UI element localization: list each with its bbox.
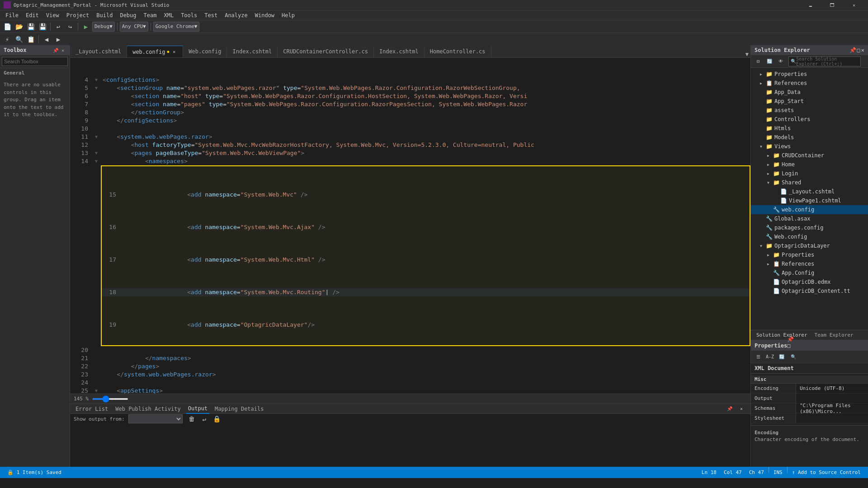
output-close[interactable]: ✕ (736, 404, 747, 414)
se-tab-team-explorer[interactable]: Team Explorer (811, 330, 857, 340)
menu-view[interactable]: View (42, 10, 63, 20)
zoom-slider[interactable] (92, 398, 128, 400)
tab-index-cshtml[interactable]: Index.cshtml (227, 46, 278, 57)
clear-output-btn[interactable]: 🗑 (186, 413, 197, 424)
menu-xml[interactable]: XML (160, 10, 177, 20)
tab-close-btn[interactable]: ✕ (171, 49, 177, 55)
open-btn[interactable]: 📂 (14, 21, 24, 32)
props-pin[interactable]: 📌 (787, 336, 794, 343)
status-col[interactable]: Col 47 (720, 467, 745, 478)
save-all-btn[interactable]: 💾 (37, 21, 48, 32)
tab-scroll[interactable]: ▼ (744, 51, 750, 57)
tree-app-start[interactable]: 📁 App_Start (751, 97, 868, 106)
se-search-box[interactable]: 🔍 Search Solution Explorer (Ctrl+;) (788, 56, 861, 66)
props-refresh-btn[interactable]: 🔄 (776, 352, 787, 362)
tree-properties[interactable]: ▶ 📁 Properties (751, 70, 868, 79)
props-search-btn[interactable]: 🔍 (788, 352, 799, 362)
tree-app-data[interactable]: 📁 App_Data (751, 88, 868, 97)
menu-build[interactable]: Build (93, 10, 116, 20)
toolbox-close[interactable]: ✕ (60, 47, 66, 53)
status-source-control[interactable]: ↑ Add to Source Control (788, 467, 864, 478)
status-ch[interactable]: Ch 47 (745, 467, 768, 478)
toolbox-search-input[interactable] (2, 57, 68, 66)
output-source-select[interactable] (128, 414, 183, 423)
tree-controllers[interactable]: 📁 Controllers (751, 115, 868, 124)
props-alpha-btn[interactable]: A-Z (764, 352, 775, 362)
status-ln[interactable]: Ln 18 (698, 467, 720, 478)
se-pin[interactable]: 📌 (849, 47, 856, 53)
toolbox-pin[interactable]: 📌 (52, 47, 59, 53)
tab-crud-controller[interactable]: CRUDContainerController.cs (278, 46, 374, 57)
menu-window[interactable]: Window (251, 10, 278, 20)
tree-crud-container[interactable]: ▶ 📁 CRUDContainer (751, 151, 868, 160)
tree-login[interactable]: ▶ 📁 Login (751, 169, 868, 178)
web-publish-tab[interactable]: Web Publish Activity (113, 404, 183, 414)
tree-packages-config[interactable]: 🔧 packages.config (751, 223, 868, 232)
cpu-dropdown[interactable]: Any CPU ▼ (120, 22, 148, 32)
se-collapse-btn[interactable]: ⊟ (753, 56, 764, 67)
menu-help[interactable]: Help (278, 10, 298, 20)
output-tab[interactable]: Output (186, 404, 209, 414)
toolbox-general-header[interactable]: General (0, 68, 70, 78)
tb2-btn4[interactable]: ◀ (41, 34, 52, 45)
menu-test[interactable]: Test (201, 10, 221, 20)
start-btn[interactable]: ▶ (80, 21, 91, 32)
tab-Web-config[interactable]: Web.config (183, 46, 227, 57)
se-close[interactable]: ✕ (861, 47, 864, 53)
tb2-btn1[interactable]: ⚡ (2, 34, 13, 45)
tree-htmls[interactable]: 📁 Htmls (751, 124, 868, 133)
minimize-button[interactable]: 🗕 (800, 0, 821, 10)
menu-file[interactable]: File (2, 10, 22, 20)
tree-Web-config[interactable]: 🔧 Web.config (751, 232, 868, 241)
tree-home[interactable]: ▶ 📁 Home (751, 160, 868, 169)
tree-views[interactable]: ▼ 📁 Views (751, 142, 868, 151)
tree-edmx[interactable]: 📄 OptagricDB.edmx (751, 277, 868, 286)
tree-app-config[interactable]: 🔧 App.Config (751, 268, 868, 277)
tree-odl-properties[interactable]: ▶ 📁 Properties (751, 250, 868, 259)
browser-dropdown[interactable]: Google Chrome ▼ (153, 22, 200, 32)
tb2-btn3[interactable]: 📋 (25, 34, 36, 45)
scroll-lock-btn[interactable]: 🔒 (212, 413, 222, 424)
word-wrap-btn[interactable]: ↵ (199, 413, 210, 424)
menu-team[interactable]: Team (140, 10, 160, 20)
tab-home-controller[interactable]: HomeController.cs (425, 46, 491, 57)
save-btn[interactable]: 💾 (25, 21, 36, 32)
se-tree[interactable]: ▶ 📁 Properties ▶ 📋 References 📁 App_Data (751, 68, 868, 330)
tb2-btn5[interactable]: ▶ (53, 34, 64, 45)
output-pin[interactable]: 📌 (724, 404, 735, 414)
tree-web-config[interactable]: 🔧 web.config (751, 205, 868, 214)
se-tab-solution-explorer[interactable]: Solution Explorer (753, 330, 811, 340)
menu-edit[interactable]: Edit (22, 10, 42, 20)
redo-btn[interactable]: ↪ (65, 21, 75, 32)
maximize-button[interactable]: 🗖 (822, 0, 843, 10)
se-maximize[interactable]: □ (857, 47, 860, 53)
tree-shared[interactable]: ▼ 📁 Shared (751, 178, 868, 187)
tree-viewpage1[interactable]: 📄 ViewPage1.cshtml (751, 196, 868, 205)
debug-dropdown[interactable]: Debug ▼ (92, 22, 115, 32)
se-show-all-btn[interactable]: 👁 (775, 56, 786, 67)
tree-layout[interactable]: 📄 _Layout.cshtml (751, 187, 868, 196)
undo-btn[interactable]: ↩ (53, 21, 64, 32)
tree-references[interactable]: ▶ 📋 References (751, 79, 868, 88)
props-maximize[interactable]: □ (787, 343, 794, 349)
tab-layout-cshtml[interactable]: _Layout.cshtml (70, 46, 127, 57)
tree-assets[interactable]: 📁 assets (751, 106, 868, 115)
tree-models[interactable]: 📁 Models (751, 133, 868, 142)
tree-odl-references[interactable]: ▶ 📋 References (751, 259, 868, 268)
status-saved[interactable]: 🔒 1 Item(s) Saved (4, 467, 65, 478)
new-project-btn[interactable]: 📄 (2, 21, 13, 32)
status-ins[interactable]: INS (770, 467, 786, 478)
code-content-area[interactable]: 4 ▼ <configSections> 5 ▼ <sectionGroup n… (70, 58, 750, 394)
se-refresh-btn[interactable]: 🔄 (764, 56, 775, 67)
menu-analyze[interactable]: Analyze (221, 10, 251, 20)
mapping-details-tab[interactable]: Mapping Details (213, 404, 265, 414)
tree-optagric-data-layer[interactable]: ▼ 📁 OptagricDataLayer (751, 241, 868, 250)
tab-web-config[interactable]: web.config ● ✕ (127, 46, 183, 57)
tab-index2-cshtml[interactable]: Index.cshtml (374, 46, 425, 57)
menu-tools[interactable]: Tools (177, 10, 201, 20)
tree-content-tt[interactable]: 📄 OptagricDB_Content.tt (751, 286, 868, 296)
tb2-btn2[interactable]: 🔍 (14, 34, 24, 45)
props-category-btn[interactable]: ☰ (753, 352, 764, 362)
menu-debug[interactable]: Debug (116, 10, 140, 20)
tree-global-asax[interactable]: 🔧 Global.asax (751, 214, 868, 223)
